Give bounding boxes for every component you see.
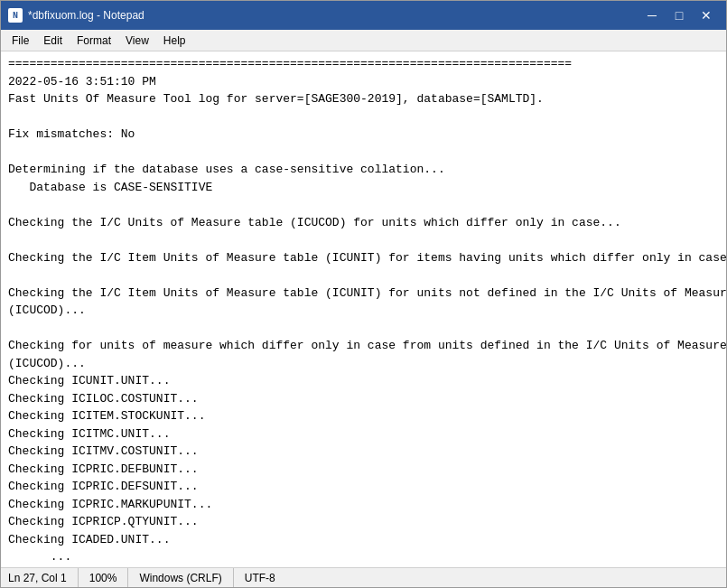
notepad-window: N *dbfixuom.log - Notepad ─ □ ✕ File Edi… — [0, 0, 727, 588]
window-controls: ─ □ ✕ — [639, 6, 719, 24]
title-bar: N *dbfixuom.log - Notepad ─ □ ✕ — [1, 1, 726, 30]
encoding: UTF-8 — [234, 568, 286, 587]
app-icon: N — [8, 8, 23, 23]
status-bar: Ln 27, Col 1 100% Windows (CRLF) UTF-8 — [1, 567, 726, 587]
menu-file[interactable]: File — [5, 33, 36, 49]
minimize-button[interactable]: ─ — [639, 6, 665, 24]
log-text: ========================================… — [8, 55, 719, 567]
cursor-position: Ln 27, Col 1 — [8, 568, 79, 587]
menu-view[interactable]: View — [118, 33, 156, 49]
window-title: *dbfixuom.log - Notepad — [28, 9, 144, 22]
menu-help[interactable]: Help — [156, 33, 193, 49]
menu-format[interactable]: Format — [70, 33, 118, 49]
line-endings: Windows (CRLF) — [128, 568, 233, 587]
maximize-button[interactable]: □ — [666, 6, 692, 24]
menu-edit[interactable]: Edit — [36, 33, 70, 49]
menu-bar: File Edit Format View Help — [1, 30, 726, 51]
zoom-level: 100% — [79, 568, 129, 587]
close-button[interactable]: ✕ — [694, 6, 719, 24]
content-area[interactable]: ========================================… — [1, 51, 726, 567]
title-bar-left: N *dbfixuom.log - Notepad — [8, 8, 144, 23]
